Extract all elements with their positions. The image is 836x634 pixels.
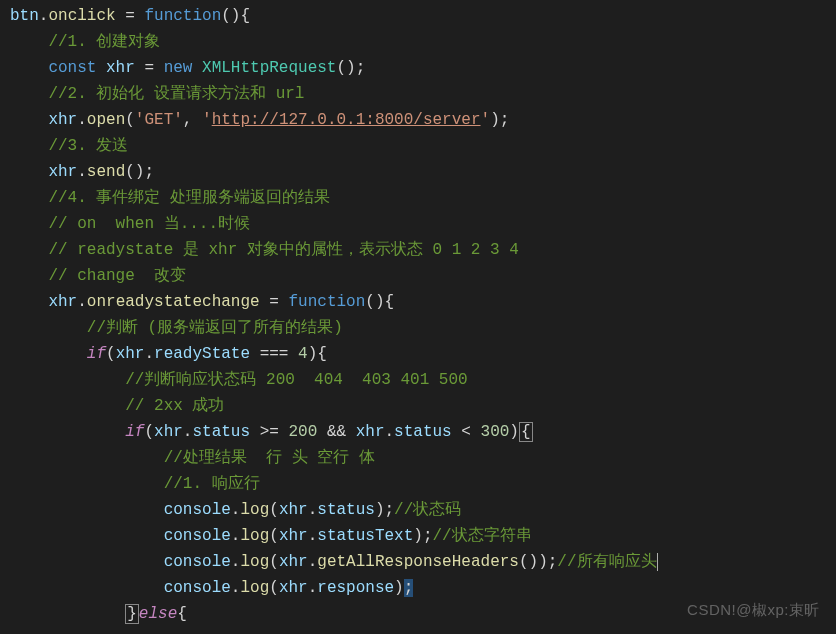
code-token: //1. 创建对象 xyxy=(48,33,160,51)
code-token: . xyxy=(308,501,318,519)
code-token: xhr xyxy=(279,553,308,571)
code-token: . xyxy=(231,501,241,519)
code-token: && xyxy=(317,423,355,441)
code-token: ( xyxy=(269,553,279,571)
code-token: } xyxy=(125,604,139,624)
code-token: //4. 事件绑定 处理服务端返回的结果 xyxy=(48,189,330,207)
code-token: . xyxy=(77,293,87,311)
code-token: . xyxy=(308,579,318,597)
code-line[interactable]: //判断 (服务端返回了所有的结果) xyxy=(10,316,826,342)
code-token: http://127.0.0.1:8000/server xyxy=(212,111,481,129)
code-token: = xyxy=(260,293,289,311)
code-token: btn xyxy=(10,7,39,25)
code-token: . xyxy=(231,553,241,571)
code-token: new xyxy=(164,59,202,77)
code-token: ){ xyxy=(308,345,327,363)
code-token: ( xyxy=(125,111,135,129)
code-line[interactable]: //1. 响应行 xyxy=(10,472,826,498)
code-token: log xyxy=(240,527,269,545)
code-line[interactable]: if(xhr.readyState === 4){ xyxy=(10,342,826,368)
code-line[interactable]: //判断响应状态码 200 404 403 401 500 xyxy=(10,368,826,394)
code-line[interactable]: console.log(xhr.status);//状态码 xyxy=(10,498,826,524)
code-token: = xyxy=(135,59,164,77)
code-token: // on when 当....时候 xyxy=(48,215,250,233)
code-token: console xyxy=(164,501,231,519)
code-token: . xyxy=(385,423,395,441)
code-line[interactable]: console.log(xhr.statusText);//状态字符串 xyxy=(10,524,826,550)
watermark-text: CSDN!@椒xp:束昕 xyxy=(687,598,820,622)
code-token: // change 改变 xyxy=(48,267,186,285)
code-token: . xyxy=(183,423,193,441)
code-token: ( xyxy=(269,527,279,545)
code-token: . xyxy=(144,345,154,363)
code-token: , xyxy=(183,111,202,129)
code-token: getAllResponseHeaders xyxy=(317,553,519,571)
code-token: 4 xyxy=(298,345,308,363)
code-line[interactable]: //4. 事件绑定 处理服务端返回的结果 xyxy=(10,186,826,212)
code-token: function xyxy=(288,293,365,311)
code-token: XMLHttpRequest xyxy=(202,59,336,77)
code-token: . xyxy=(77,163,87,181)
code-token: ( xyxy=(269,579,279,597)
code-token: xhr xyxy=(116,345,145,363)
code-token: url xyxy=(276,85,305,103)
code-token: function xyxy=(144,7,221,25)
code-token: (); xyxy=(336,59,365,77)
code-token: ( xyxy=(106,345,116,363)
code-token: //所有响应头 xyxy=(557,553,656,571)
code-token: //3. 发送 xyxy=(48,137,128,155)
code-token: ) xyxy=(394,579,404,597)
code-token: xhr xyxy=(279,501,308,519)
code-token: //判断 (服务端返回了所有的结果) xyxy=(87,319,343,337)
code-line[interactable]: console.log(xhr.getAllResponseHeaders())… xyxy=(10,550,826,576)
code-line[interactable]: xhr.open('GET', 'http://127.0.0.1:8000/s… xyxy=(10,108,826,134)
code-token: xhr xyxy=(279,527,308,545)
code-token: ()); xyxy=(519,553,557,571)
code-token: xhr xyxy=(48,163,77,181)
code-token: ) xyxy=(509,423,519,441)
code-token: log xyxy=(240,501,269,519)
code-token: { xyxy=(519,422,533,442)
code-line[interactable]: // readystate 是 xhr 对象中的属性，表示状态 0 1 2 3 … xyxy=(10,238,826,264)
code-line[interactable]: //1. 创建对象 xyxy=(10,30,826,56)
code-token: readyState xyxy=(154,345,250,363)
text-cursor-icon xyxy=(657,553,658,571)
code-line[interactable]: //处理结果 行 头 空行 体 xyxy=(10,446,826,472)
code-line[interactable]: const xhr = new XMLHttpRequest(); xyxy=(10,56,826,82)
code-token: log xyxy=(240,553,269,571)
code-line[interactable]: //3. 发送 xyxy=(10,134,826,160)
code-token: response xyxy=(317,579,394,597)
code-token: //状态码 xyxy=(394,501,461,519)
code-token: ' xyxy=(481,111,491,129)
code-token: console xyxy=(164,527,231,545)
code-line[interactable]: // change 改变 xyxy=(10,264,826,290)
code-token: // 2xx 成功 xyxy=(125,397,224,415)
code-line[interactable]: // on when 当....时候 xyxy=(10,212,826,238)
code-editor[interactable]: btn.onclick = function(){ //1. 创建对象 cons… xyxy=(0,0,836,632)
code-token: === xyxy=(250,345,298,363)
code-token: . xyxy=(39,7,49,25)
code-token: ( xyxy=(144,423,154,441)
code-token: xhr xyxy=(154,423,183,441)
code-token: ; xyxy=(404,579,414,597)
code-line[interactable]: xhr.send(); xyxy=(10,160,826,186)
code-line[interactable]: btn.onclick = function(){ xyxy=(10,4,826,30)
code-token: ); xyxy=(413,527,432,545)
code-line[interactable]: // 2xx 成功 xyxy=(10,394,826,420)
code-token: //处理结果 行 头 空行 体 xyxy=(164,449,375,467)
code-line[interactable]: //2. 初始化 设置请求方法和 url xyxy=(10,82,826,108)
code-token: //状态字符串 xyxy=(433,527,532,545)
code-token: // readystate 是 xhr 对象中的属性，表示状态 0 1 2 3 … xyxy=(48,241,518,259)
code-token: (); xyxy=(125,163,154,181)
code-token: xhr xyxy=(48,293,77,311)
code-token: . xyxy=(308,527,318,545)
code-token: 200 xyxy=(288,423,317,441)
code-token: xhr xyxy=(48,111,77,129)
code-token: (){ xyxy=(365,293,394,311)
code-token: //2. 初始化 设置请求方法和 xyxy=(48,85,275,103)
code-line[interactable]: if(xhr.status >= 200 && xhr.status < 300… xyxy=(10,420,826,446)
code-token: 300 xyxy=(481,423,510,441)
code-line[interactable]: xhr.onreadystatechange = function(){ xyxy=(10,290,826,316)
code-token: < xyxy=(452,423,481,441)
code-token: onreadystatechange xyxy=(87,293,260,311)
